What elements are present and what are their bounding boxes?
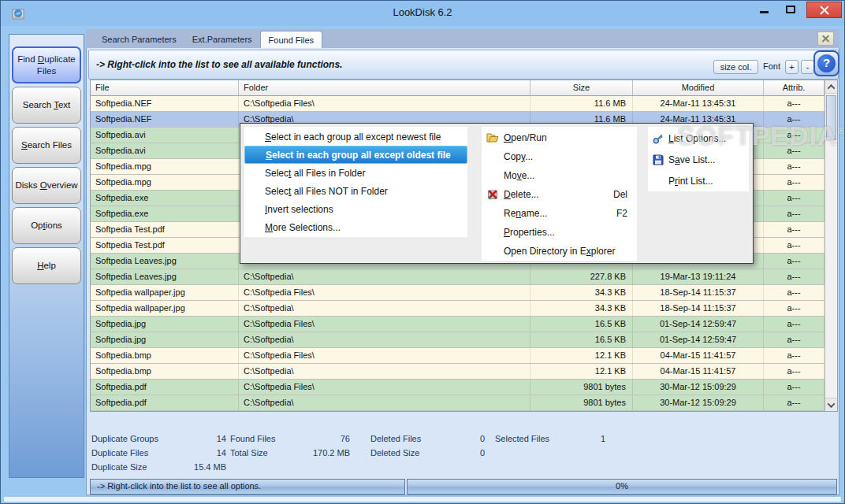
cell-folder: C:\Softpedia\ [239, 332, 530, 347]
save-icon [648, 154, 668, 166]
maximize-button[interactable] [780, 1, 802, 18]
vertical-scrollbar[interactable] [825, 80, 837, 411]
column-header-size[interactable]: Size [530, 80, 633, 96]
font-increase-button[interactable]: + [785, 60, 798, 74]
menu-item[interactable]: Open/Run [482, 128, 637, 147]
label-pre: P [668, 176, 675, 187]
table-row[interactable]: Softpedia.pdfC:\Softpedia\9801 bytes30-M… [91, 395, 825, 411]
menu-item[interactable]: Select in each group all except oldest f… [244, 146, 467, 164]
cell-file: Softpedia.exe [91, 191, 239, 206]
status-value: 1 [560, 432, 605, 447]
sidebar-button[interactable]: Search Files [12, 127, 81, 164]
menu-item-label: More Selections... [265, 222, 467, 233]
sidebar-button[interactable]: Search Text [12, 87, 81, 124]
minimize-button[interactable] [753, 1, 775, 18]
menu-item[interactable]: Select all Files NOT in Folder [244, 182, 467, 200]
status-row: Duplicate Files14 [91, 447, 226, 461]
table-row[interactable]: Softpedia Leaves.jpgC:\Softpedia\227.8 K… [91, 269, 825, 285]
menu-item[interactable]: Invert selections [244, 200, 467, 218]
label-post: e... [522, 170, 535, 181]
column-header-folder[interactable]: Folder [239, 80, 530, 96]
scroll-thumb[interactable] [826, 95, 836, 140]
label-pre: Op [31, 220, 43, 230]
tab-search-parameters[interactable]: Search Parameters [94, 31, 184, 48]
table-row[interactable]: Softpedia wallpaper.jpgC:\Softpedia File… [91, 285, 825, 301]
cell-file: Softpedia.exe [91, 206, 239, 221]
size-col-button[interactable]: size col. [713, 60, 758, 74]
tab-found-files[interactable]: Found Files [260, 31, 322, 48]
list-menu-panel: List Options...Save List...Print List... [648, 127, 749, 191]
label-post: earch Files [28, 140, 72, 150]
cell-attrib: a--- [764, 364, 825, 379]
table-row[interactable]: Softpedia.NEFC:\Softpedia Files\11.6 MB2… [91, 96, 825, 112]
help-button[interactable]: ? [813, 50, 839, 76]
label-post: int List... [678, 176, 713, 187]
cell-attrib: a--- [764, 269, 825, 284]
menu-item-label: Select in each group all except oldest f… [266, 150, 467, 161]
column-header-attrib[interactable]: Attrib. [764, 80, 825, 96]
menu-item[interactable]: Select in each group all except newest f… [244, 128, 467, 146]
maximize-icon [786, 6, 795, 13]
table-row[interactable]: Softpedia.jpgC:\Softpedia\16.5 KB01-Sep-… [91, 332, 825, 348]
label-mnemonic: S [266, 150, 272, 161]
font-label: Font [763, 61, 780, 71]
menu-item[interactable]: Select all Files in Folder [244, 164, 467, 182]
statusbar-message-panel: -> Right-click into the list to see all … [90, 479, 405, 495]
sidebar-button[interactable]: Options [12, 207, 81, 244]
table-row[interactable]: Softpedia.jpgC:\Softpedia Files\16.5 KB0… [91, 317, 825, 332]
status-value: 15.4 MB [173, 461, 226, 475]
label-post: ame... [521, 208, 547, 219]
label-post: ions [46, 220, 62, 230]
cell-size: 227.8 KB [530, 269, 633, 284]
title-bar[interactable]: LookDisk 6.2 [1, 1, 844, 26]
menu-item[interactable]: Print List... [648, 170, 749, 191]
menu-item[interactable]: List Options... [648, 128, 749, 149]
menu-item[interactable]: Properties... [482, 223, 637, 242]
close-button[interactable] [806, 2, 842, 18]
label-pre: Cop [504, 151, 521, 162]
menu-item[interactable]: Rename...F2 [482, 204, 637, 223]
table-row[interactable]: Softpedia.bmpC:\Softpedia Files\12.1 KB0… [91, 348, 825, 364]
label-mnemonic: D [38, 54, 44, 64]
status-value: 76 [293, 432, 350, 447]
menu-item[interactable]: Move... [482, 166, 637, 185]
menu-item[interactable]: Delete...Del [482, 185, 637, 204]
table-row[interactable]: Softpedia.bmpC:\Softpedia\12.1 KB04-Mar-… [91, 364, 825, 380]
menu-item[interactable]: Open Directory in Explorer [482, 242, 637, 261]
column-header-file[interactable]: File [91, 80, 239, 96]
cell-folder: C:\Softpedia\ [239, 395, 530, 410]
menu-item-label: Rename... [504, 208, 616, 219]
label-post: nvert selections [267, 204, 333, 215]
status-group: Deleted Files0Deleted Size0 [370, 432, 485, 461]
menu-item-label: Copy... [504, 151, 637, 162]
column-header-modified[interactable]: Modified [633, 80, 764, 96]
menu-item[interactable]: Save List... [648, 149, 749, 170]
scroll-up-button[interactable] [825, 80, 837, 94]
cell-size: 9801 bytes [530, 380, 633, 395]
label-mnemonic: M [265, 222, 273, 233]
menu-item[interactable]: Copy... [482, 147, 637, 166]
table-row[interactable]: Softpedia wallpaper.jpgC:\Softpedia\34.3… [91, 301, 825, 317]
cell-size: 9801 bytes [530, 395, 633, 410]
label-mnemonic: O [504, 132, 511, 143]
sidebar-button[interactable]: Find Duplicate Files [12, 46, 81, 83]
menu-item[interactable]: More Selections... [244, 218, 467, 236]
question-icon: ? [817, 54, 836, 72]
sidebar-button[interactable]: Disks Overview [12, 167, 81, 204]
scroll-down-button[interactable] [825, 398, 837, 411]
status-group: Selected Files1 [495, 432, 605, 447]
menu-item-label: Delete... [504, 189, 613, 200]
content-panel: -> Right-click into the list to see all … [86, 48, 839, 495]
cell-file: Softpedia wallpaper.jpg [91, 285, 239, 300]
label-pre: Open Directory in E [504, 246, 586, 257]
table-row[interactable]: Softpedia.pdfC:\Softpedia Files\9801 byt… [91, 380, 825, 395]
status-group: Found Files76Total Size170.2 MB [230, 432, 350, 461]
tab-ext-parameters[interactable]: Ext.Parameters [184, 31, 260, 48]
tab-close-button[interactable] [817, 32, 834, 46]
font-decrease-button[interactable]: - [801, 60, 814, 74]
sidebar-button[interactable]: Help [12, 247, 81, 284]
app-window: LookDisk 6.2 Find Duplicate FilesSearch … [0, 0, 845, 504]
cell-folder: C:\Softpedia\ [239, 364, 530, 379]
label-mnemonic: a [675, 154, 680, 165]
status-row: Found Files76 [230, 432, 350, 447]
